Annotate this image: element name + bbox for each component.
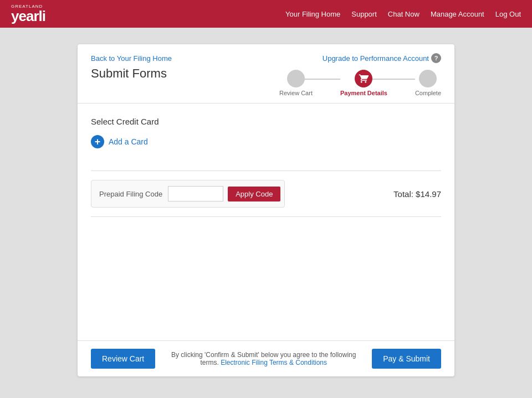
footer-terms: By clicking 'Confirm & Submit' below you…: [155, 351, 372, 366]
prepaid-input[interactable]: [168, 186, 223, 201]
total-amount: Total: $14.97: [393, 189, 441, 199]
nav-log-out[interactable]: Log Out: [495, 10, 521, 18]
card-header-right: Upgrade to Performance Account ? Review …: [279, 53, 441, 96]
step-circle-complete: [419, 70, 437, 87]
step-label-complete: Complete: [415, 90, 441, 96]
step-review-cart: Review Cart: [279, 70, 313, 96]
stepper: Review Cart Payment Details: [279, 70, 441, 96]
cart-icon: [359, 74, 369, 84]
step-label-payment-details: Payment Details: [340, 90, 387, 96]
nav-support[interactable]: Support: [351, 10, 377, 18]
card-header: Back to Your Filing Home Submit Forms Up…: [78, 44, 454, 104]
app-header: GREATLAND yearli Your Filing Home Suppor…: [0, 0, 532, 28]
pay-submit-button[interactable]: Pay & Submit: [372, 349, 441, 369]
step-payment-details: Payment Details: [340, 70, 387, 96]
page-content: Back to Your Filing Home Submit Forms Up…: [0, 28, 532, 393]
add-card-icon[interactable]: +: [91, 135, 104, 148]
nav-manage-account[interactable]: Manage Account: [431, 10, 484, 18]
card-header-left: Back to Your Filing Home Submit Forms: [91, 53, 172, 81]
prepaid-label: Prepaid Filing Code: [99, 190, 162, 198]
help-icon[interactable]: ?: [431, 53, 441, 63]
back-link[interactable]: Back to Your Filing Home: [91, 54, 172, 63]
terms-link[interactable]: Electronic Filing Terms & Conditions: [221, 359, 327, 366]
review-cart-button[interactable]: Review Cart: [91, 349, 155, 369]
upgrade-area: Upgrade to Performance Account ?: [323, 53, 441, 63]
total-row: Total: $14.97: [393, 189, 441, 199]
step-complete: Complete: [415, 70, 441, 96]
add-card-row: + Add a Card: [91, 135, 441, 148]
step-circle-payment-details: [355, 70, 372, 87]
prepaid-row: Prepaid Filing Code Apply Code: [91, 180, 285, 208]
divider-2: [91, 216, 441, 217]
add-card-link[interactable]: Add a Card: [109, 137, 148, 146]
step-circle-review-cart: [287, 70, 305, 87]
card-footer: Review Cart By clicking 'Confirm & Submi…: [78, 340, 454, 376]
card-body: Select Credit Card + Add a Card Prepaid …: [78, 104, 454, 340]
main-card: Back to Your Filing Home Submit Forms Up…: [78, 44, 454, 376]
upgrade-link[interactable]: Upgrade to Performance Account: [323, 54, 429, 63]
step-label-review-cart: Review Cart: [279, 90, 313, 96]
nav-chat-now[interactable]: Chat Now: [388, 10, 420, 18]
nav-filing-home[interactable]: Your Filing Home: [285, 10, 340, 18]
apply-code-button[interactable]: Apply Code: [228, 187, 280, 201]
prepaid-total-section: Prepaid Filing Code Apply Code Total: $1…: [91, 180, 441, 208]
select-credit-card-label: Select Credit Card: [91, 117, 441, 126]
main-nav: Your Filing Home Support Chat Now Manage…: [285, 10, 521, 18]
page-title: Submit Forms: [91, 66, 172, 81]
divider-1: [91, 170, 441, 171]
logo-yearli-text: yearli: [11, 9, 45, 23]
logo: GREATLAND yearli: [11, 4, 45, 23]
